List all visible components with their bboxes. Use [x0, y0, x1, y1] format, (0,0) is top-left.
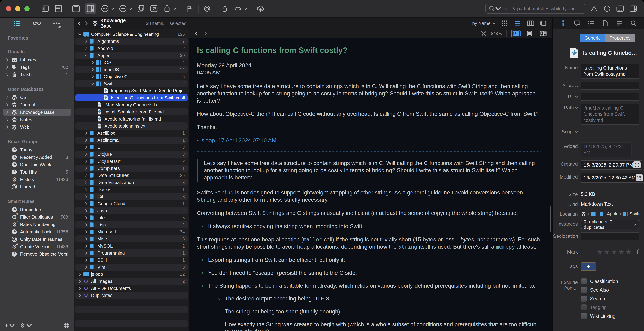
sidebar-item-inboxes[interactable]: Inboxes: [3, 56, 71, 64]
sidebar-item-knowledge-base[interactable]: Knowledge Base: [3, 109, 71, 116]
chevron-right-icon[interactable]: [5, 96, 10, 99]
tree-row[interactable]: Objective-C6: [76, 73, 188, 80]
chevron-right-icon[interactable]: [84, 167, 89, 170]
chevron-right-icon[interactable]: [5, 103, 10, 107]
sidebar-item-reminders[interactable]: Reminders: [3, 206, 71, 213]
sidebar-item-top-hits[interactable]: Top Hits5: [3, 168, 71, 176]
tree-row[interactable]: Computer Science & Engineering136: [76, 31, 188, 38]
sidebar-tab-reading-list-icon[interactable]: [32, 19, 42, 28]
segment-generic[interactable]: Generic: [580, 34, 605, 42]
tree-row[interactable]: Programming1: [76, 249, 188, 256]
inspector-tab-document-icon[interactable]: [602, 20, 609, 27]
sidebar-item-recently-added[interactable]: Recently Added3: [3, 154, 71, 161]
calendar-icon[interactable]: [636, 174, 643, 181]
inspector-tab-concordance-icon[interactable]: [616, 20, 623, 27]
doc-back-icon[interactable]: [194, 31, 199, 36]
settings-menu-button[interactable]: ⚙: [20, 322, 32, 329]
sidebar-item-bates-numbering[interactable]: ⚙⚙Bates Numbering: [3, 221, 71, 228]
sidebar-tab-list-icon[interactable]: [12, 19, 22, 28]
tree-row[interactable]: ClojureDart2: [76, 158, 188, 165]
back-icon[interactable]: [76, 21, 82, 26]
chevron-right-icon[interactable]: [84, 40, 89, 43]
chevron-down-icon[interactable]: [77, 33, 82, 36]
tree-row[interactable]: Computers1: [76, 165, 188, 172]
tree-row[interactable]: C3: [76, 144, 188, 151]
tree-row[interactable]: Xcode refactoring fail fix.md: [76, 115, 188, 122]
label-menu-button[interactable]: [234, 4, 247, 13]
created-date-input[interactable]: 15/ 3/2025, 2:20:37 PM: [581, 160, 642, 170]
author-link[interactable]: jsloop, 17 April 2024 07:10 AM: [200, 137, 276, 143]
lock-icon[interactable]: [591, 249, 592, 255]
chevron-right-icon[interactable]: [77, 280, 82, 283]
sidebar-tab-more-icon[interactable]: 99+: [52, 19, 61, 28]
exclude-checkbox-search[interactable]: Search: [581, 296, 640, 302]
checkbox[interactable]: [581, 278, 587, 284]
chevron-right-icon[interactable]: [84, 209, 89, 212]
instances-select[interactable]: 0 replicants, 0 duplicates: [581, 220, 640, 229]
tree-row[interactable]: Install Simulator from File.md: [76, 108, 188, 115]
tree-row[interactable]: Misc3: [76, 235, 188, 242]
chevron-right-icon[interactable]: [5, 118, 10, 121]
chevron-right-icon[interactable]: [84, 47, 89, 50]
lock-icon[interactable]: [220, 4, 229, 13]
sidebar-item-automatic-locking[interactable]: Automatic Locking11356: [3, 228, 71, 235]
tree-row[interactable]: Clojure3: [76, 151, 188, 158]
chevron-right-icon[interactable]: [84, 153, 89, 156]
minimize-window-button[interactable]: [15, 6, 20, 11]
chevron-right-icon[interactable]: [84, 146, 89, 149]
sidebar-item-remove-obsolete-versions[interactable]: Remove Obsolete Versions: [3, 250, 71, 258]
tree-row[interactable]: Android2: [76, 45, 188, 52]
tree-row[interactable]: Is calling C functions from Swift costly…: [76, 94, 188, 101]
info-icon[interactable]: [603, 4, 612, 13]
chevron-right-icon[interactable]: [84, 160, 89, 163]
tree-row[interactable]: Asciinema1: [76, 137, 188, 144]
tree-row[interactable]: SSH1: [76, 256, 188, 264]
tree-row[interactable]: ⚙Duplicates: [76, 292, 188, 299]
source-mode-button[interactable]: [525, 30, 534, 37]
exclude-checkbox-classification[interactable]: Classification: [581, 278, 640, 284]
chevron-right-icon[interactable]: [84, 202, 89, 205]
sidebar-item-filter-duplicates[interactable]: ⚙⚙Filter Duplicates508: [3, 213, 71, 221]
chevron-right-icon[interactable]: [90, 68, 95, 71]
tree-row[interactable]: Vim3: [76, 264, 188, 271]
checkbox[interactable]: [581, 313, 587, 319]
split-right-view-icon[interactable]: [85, 3, 96, 14]
tree-row[interactable]: AsciiDoc1: [76, 130, 188, 137]
checkbox[interactable]: [581, 296, 587, 302]
sidebar-item-today[interactable]: Today: [3, 146, 71, 154]
flag-icon[interactable]: [581, 249, 582, 255]
duplicate-icon[interactable]: [136, 4, 145, 13]
chevron-right-icon[interactable]: [84, 265, 89, 269]
tree-row[interactable]: Lisp2: [76, 221, 188, 228]
unread-icon[interactable]: [586, 249, 587, 255]
inspector-tab-reminders-icon[interactable]: [588, 20, 595, 27]
exclude-checkbox-see-also[interactable]: See Also: [581, 287, 640, 293]
search-options-caret-icon[interactable]: [495, 6, 501, 12]
add-tag-button[interactable]: +: [581, 262, 596, 271]
chevron-right-icon[interactable]: [84, 174, 89, 177]
exclude-checkbox-wiki-linking[interactable]: Wiki Linking: [581, 313, 640, 319]
chevron-right-icon[interactable]: [84, 188, 89, 191]
toggle-inspector-icon[interactable]: [629, 4, 638, 13]
chevron-right-icon[interactable]: [84, 244, 89, 248]
list-view-mode-icon[interactable]: [514, 20, 522, 27]
sidebar-item-tags[interactable]: Tags702: [3, 64, 71, 71]
chevron-right-icon[interactable]: [84, 251, 89, 255]
chevron-right-icon[interactable]: [5, 66, 10, 69]
list-view-icon[interactable]: [54, 4, 63, 13]
inspector-tab-annotations-icon[interactable]: [574, 20, 581, 27]
warning-icon[interactable]: [590, 4, 598, 13]
doc-forward-icon[interactable]: [203, 31, 208, 36]
doc-scrollbar-thumb[interactable]: [550, 206, 552, 232]
tree-row[interactable]: Google Cloud1: [76, 200, 188, 207]
chevron-right-icon[interactable]: [5, 73, 10, 76]
sidebar-item-trash[interactable]: Trash1: [3, 71, 71, 78]
column-view-icon[interactable]: [526, 20, 535, 27]
sidebar-item-notes[interactable]: Notes: [3, 116, 71, 123]
tree-row[interactable]: ⚙All Images2: [76, 278, 188, 285]
tree-row[interactable]: Algorithms7: [76, 38, 188, 45]
tree-row[interactable]: Data Visualization3: [76, 179, 188, 186]
geolocation-input[interactable]: [581, 232, 640, 240]
chevron-down-icon[interactable]: [84, 54, 89, 57]
sidebar-item-journal[interactable]: Journal: [3, 101, 71, 109]
